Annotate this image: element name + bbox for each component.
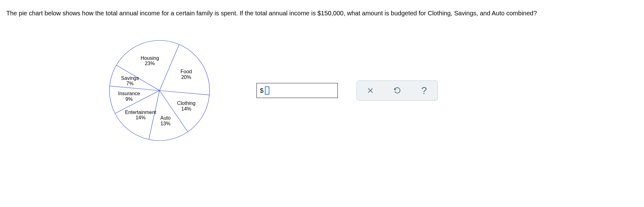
answer-input[interactable] [271, 83, 327, 98]
toolbox: ? [357, 80, 438, 101]
svg-line-2 [160, 44, 179, 91]
help-button[interactable]: ? [415, 83, 434, 98]
reset-button[interactable] [388, 83, 407, 98]
answer-input-box[interactable]: $ [256, 83, 338, 98]
input-cursor [265, 86, 269, 95]
clear-button[interactable] [361, 83, 380, 98]
slice-label: Insurance9% [118, 91, 140, 102]
question-text: The pie chart below shows how the total … [6, 8, 638, 18]
slice-label: Housing23% [141, 55, 159, 66]
slice-label: Clothing14% [177, 101, 195, 112]
currency-symbol: $ [260, 87, 264, 94]
undo-icon [393, 86, 401, 95]
pie-chart: Housing23%Food20%Clothing14%Auto13%Enter… [106, 37, 213, 144]
help-icon: ? [421, 85, 427, 96]
svg-line-7 [110, 86, 160, 91]
slice-label: Auto13% [160, 116, 170, 127]
slice-label: Food20% [180, 69, 192, 80]
slice-label: Entertainment14% [125, 110, 156, 121]
svg-line-3 [160, 91, 209, 95]
slice-label: Savings7% [121, 75, 139, 86]
close-icon [367, 87, 374, 94]
